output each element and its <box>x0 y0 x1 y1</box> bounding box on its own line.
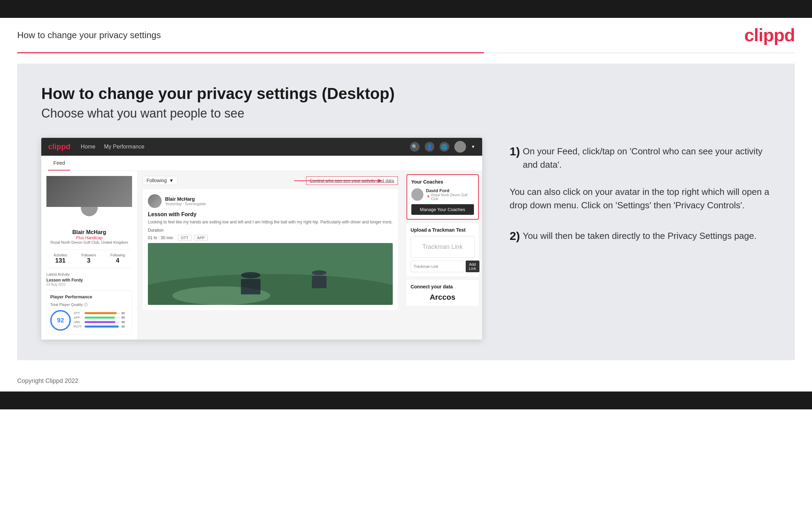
location-icon: 📍 <box>426 195 430 199</box>
step2-header: 2) You will then be taken directly to th… <box>510 229 771 250</box>
avatar[interactable] <box>454 141 466 153</box>
sidebar-handicap: Plus Handicap <box>46 235 132 240</box>
footer: Copyright Clippd 2022 <box>0 371 812 392</box>
step2-number: 2) <box>510 229 520 243</box>
step1-text1: On your Feed, click/tap on 'Control who … <box>523 145 771 172</box>
feed-card: Blair McHarg Yesterday · Sunningdale Les… <box>143 189 398 310</box>
stat-followers-label: Followers <box>82 253 96 257</box>
trackman-placeholder: Trackman Link <box>411 236 475 258</box>
app-mock: clippd Home My Performance 🔍 👤 🌐 ▼ Feed <box>41 138 482 340</box>
stat-followers-value: 3 <box>82 257 96 264</box>
stat-followers: Followers 3 <box>82 253 96 264</box>
breadcrumb-title: How to change your privacy settings <box>17 30 161 41</box>
trackman-card-title: Upload a Trackman Test <box>411 227 475 233</box>
perf-bar-app: APP 85 <box>74 316 128 319</box>
sidebar-latest-label: Latest Activity <box>46 272 132 276</box>
feed-tags: OTT APP <box>178 235 208 240</box>
perf-bars: OTT 90 APP 85 <box>74 311 128 329</box>
step1-text2: You can also click on your avatar in the… <box>510 185 771 212</box>
stat-activities: Activities 131 <box>54 253 67 264</box>
content-columns: clippd Home My Performance 🔍 👤 🌐 ▼ Feed <box>41 138 771 340</box>
perf-chart-row: 92 OTT 90 APP <box>50 310 128 331</box>
duration-label: Duration <box>148 228 163 233</box>
sidebar-date: 03 Aug 2022 <box>46 283 132 286</box>
stat-activities-label: Activities <box>54 253 67 257</box>
coaches-card: Your Coaches David Ford 📍 Royal North De… <box>407 174 479 220</box>
search-icon[interactable]: 🔍 <box>410 142 420 152</box>
stat-following: Following 4 <box>110 253 125 264</box>
app-navbar: clippd Home My Performance 🔍 👤 🌐 ▼ <box>41 138 482 156</box>
bar-app-fill <box>85 317 115 319</box>
bar-ott-bg <box>85 312 120 314</box>
bar-putt-bg <box>85 326 120 328</box>
bar-putt-val: 96 <box>121 325 128 328</box>
bar-arg-bg <box>85 321 120 323</box>
feed-card-title: Lesson with Fordy <box>148 211 393 218</box>
connect-card: Connect your data Arccos <box>407 280 479 306</box>
nav-home[interactable]: Home <box>81 144 96 150</box>
bar-putt-fill <box>85 326 119 328</box>
coach-name: David Ford <box>426 188 474 193</box>
feed-card-desc: Looking to feel like my hands are exitin… <box>148 220 393 224</box>
coach-info: David Ford 📍 Royal North Devon Golf Club <box>426 188 474 201</box>
app-sidebar: Blair McHarg Plus Handicap Royal North D… <box>41 171 138 340</box>
instruction-step2: 2) You will then be taken directly to th… <box>510 229 771 250</box>
app-logo: clippd <box>48 142 71 151</box>
feed-user-info: Blair McHarg Yesterday · Sunningdale <box>165 196 206 206</box>
app-right-sidebar: Your Coaches David Ford 📍 Royal North De… <box>403 171 482 340</box>
bar-arg-fill <box>85 321 115 323</box>
tag-ott: OTT <box>178 235 192 241</box>
app-body: Blair McHarg Plus Handicap Royal North D… <box>41 171 482 340</box>
stat-following-label: Following <box>110 253 125 257</box>
feed-avatar <box>148 194 162 208</box>
feed-duration-value: 01 hr : 30 min OTT APP <box>148 235 393 240</box>
arccos-logo: Arccos <box>411 293 475 302</box>
feed-privacy-link[interactable]: Control who can see your activity and da… <box>306 176 398 185</box>
bar-app-bg <box>85 317 120 319</box>
avatar-chevron[interactable]: ▼ <box>471 144 475 149</box>
sidebar-latest-section: Latest Activity Lesson with Fordy 03 Aug… <box>46 272 132 286</box>
feed-image <box>148 243 393 305</box>
feed-user-row: Blair McHarg Yesterday · Sunningdale <box>148 194 393 208</box>
sidebar-user-info: Blair McHarg Plus Handicap Royal North D… <box>46 229 132 244</box>
top-bar <box>0 0 812 18</box>
feed-following-dropdown[interactable]: Following ▼ <box>143 176 177 185</box>
bar-ott-label: OTT <box>74 311 83 315</box>
step1-header: 1) On your Feed, click/tap on 'Control w… <box>510 145 771 178</box>
feed-duration: Duration <box>148 228 393 233</box>
bar-putt-label: PUTT <box>74 325 83 328</box>
globe-icon[interactable]: 🌐 <box>440 142 449 152</box>
tab-feed[interactable]: Feed <box>48 156 70 170</box>
feed-meta: Yesterday · Sunningdale <box>165 202 206 206</box>
app-mock-wrapper: clippd Home My Performance 🔍 👤 🌐 ▼ Feed <box>41 138 482 340</box>
nav-my-performance[interactable]: My Performance <box>104 144 144 150</box>
svg-rect-4 <box>241 279 260 294</box>
trackman-input[interactable] <box>411 261 464 272</box>
stat-following-value: 4 <box>110 257 125 264</box>
svg-point-5 <box>312 270 327 275</box>
step2-text: You will then be taken directly to the P… <box>523 229 757 243</box>
header: How to change your privacy settings clip… <box>0 18 812 52</box>
page-subtitle: Choose what you want people to see <box>41 106 771 121</box>
tag-app: APP <box>194 235 208 241</box>
trackman-add-btn[interactable]: Add Link <box>466 261 479 272</box>
app-nav-icons: 🔍 👤 🌐 ▼ <box>410 141 475 153</box>
coach-row: David Ford 📍 Royal North Devon Golf Club <box>411 188 474 201</box>
user-icon[interactable]: 👤 <box>425 142 434 152</box>
bar-ott-fill <box>85 312 117 314</box>
coach-club: 📍 Royal North Devon Golf Club <box>426 193 474 201</box>
connect-card-title: Connect your data <box>411 284 475 289</box>
bottom-bar <box>0 392 812 409</box>
step1-number: 1) <box>510 145 520 158</box>
svg-point-3 <box>241 272 260 278</box>
feed-header: Following ▼ Control who can see your act… <box>143 176 398 185</box>
sidebar-performance: Player Performance Total Player Quality … <box>46 290 132 334</box>
bar-arg-label: ARG <box>74 320 83 324</box>
perf-circle: 92 <box>50 310 71 331</box>
sidebar-quality-label: Total Player Quality ⓘ <box>50 302 128 307</box>
trackman-card: Upload a Trackman Test Trackman Link Add… <box>407 223 479 276</box>
bar-app-val: 85 <box>121 316 128 319</box>
manage-coaches-button[interactable]: Manage Your Coaches <box>411 204 474 215</box>
sidebar-cover <box>46 176 132 207</box>
bar-ott-val: 90 <box>121 311 128 315</box>
